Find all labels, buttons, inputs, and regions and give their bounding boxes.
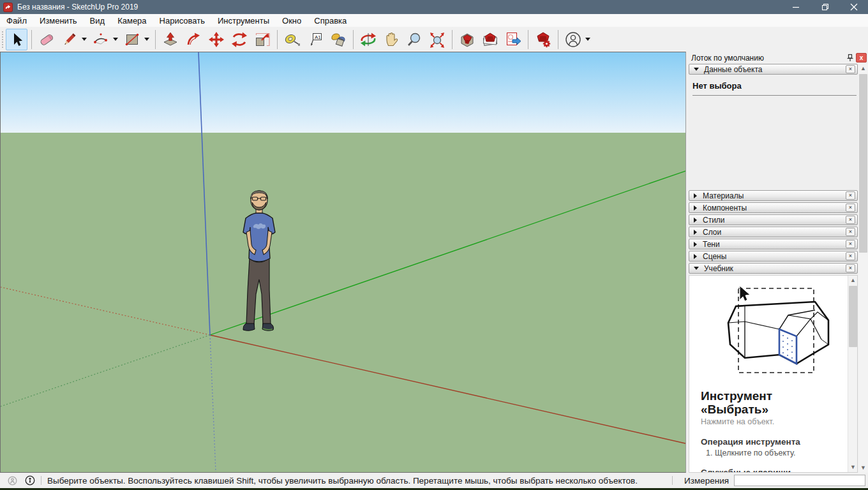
pan-tool-button[interactable] <box>380 29 402 50</box>
tray-scrollbar[interactable]: ▲ ▼ <box>858 64 868 473</box>
extension-warehouse-icon <box>535 31 551 48</box>
panel-header-layers[interactable]: Слои × <box>689 226 858 237</box>
panel-close-button[interactable]: × <box>846 191 855 200</box>
minimize-button[interactable] <box>782 0 811 14</box>
menu-camera[interactable]: Камера <box>111 15 153 27</box>
select-arrow-icon <box>8 31 25 48</box>
send-to-layout-button[interactable] <box>502 29 524 50</box>
push-pull-tool-button[interactable] <box>160 29 181 50</box>
expand-triangle-icon <box>694 254 697 259</box>
scroll-up-icon[interactable]: ▲ <box>848 276 858 285</box>
select-tool-button[interactable] <box>6 29 27 50</box>
menu-tools[interactable]: Инструменты <box>211 15 276 27</box>
zoom-tool-button[interactable] <box>403 29 425 50</box>
viewport-scene <box>1 52 685 472</box>
scroll-down-icon[interactable]: ▼ <box>858 463 868 473</box>
panel-header-components[interactable]: Компоненты × <box>689 202 858 213</box>
user-account-button[interactable] <box>562 29 584 50</box>
panel-header-instructor[interactable]: Учебник × <box>689 263 858 274</box>
arc-tool-dropdown[interactable] <box>113 38 118 41</box>
rotate-tool-button[interactable] <box>228 29 250 50</box>
tray-title-bar: Лоток по умолчанию x <box>686 52 868 64</box>
line-tool-dropdown[interactable] <box>82 38 87 41</box>
orbit-icon <box>360 31 377 48</box>
measurements-label: Измерения <box>684 476 729 486</box>
arc-tool-button[interactable] <box>90 29 112 50</box>
panel-close-button[interactable]: × <box>846 228 855 236</box>
zoom-extents-tool-button[interactable] <box>426 29 448 50</box>
panel-label: Материалы <box>703 191 846 200</box>
menu-file[interactable]: Файл <box>0 15 33 27</box>
instructor-house-illustration <box>694 281 844 389</box>
tray-pin-button[interactable] <box>844 53 856 63</box>
close-button[interactable] <box>839 0 868 14</box>
menu-view[interactable]: Вид <box>84 15 112 27</box>
status-separator <box>41 476 41 485</box>
share-model-icon <box>482 31 498 48</box>
menu-draw[interactable]: Нарисовать <box>153 15 211 27</box>
rectangle-tool-dropdown[interactable] <box>144 38 149 41</box>
pan-hand-icon <box>383 31 400 48</box>
default-tray: Лоток по умолчанию x Данные объекта × <box>686 52 868 473</box>
panel-header-materials[interactable]: Материалы × <box>689 190 858 201</box>
restore-button[interactable] <box>811 0 839 14</box>
extension-warehouse-button[interactable] <box>532 29 554 50</box>
scrollbar-thumb[interactable] <box>849 286 857 347</box>
scroll-down-icon[interactable]: ▼ <box>848 463 858 472</box>
geolocation-icon[interactable] <box>8 476 17 486</box>
entity-info-content: Нет выбора <box>689 76 858 189</box>
title-bar: Без названия - SketchUp Pro 2019 <box>0 0 868 14</box>
rectangle-tool-button[interactable] <box>121 29 143 50</box>
arc-icon <box>93 31 109 48</box>
user-account-dropdown[interactable] <box>585 38 590 41</box>
panel-label: Учебник <box>704 264 846 273</box>
panel-close-button[interactable]: × <box>846 264 855 272</box>
menu-window[interactable]: Окно <box>276 15 308 27</box>
panel-header-styles[interactable]: Стили × <box>689 214 858 225</box>
orbit-tool-button[interactable] <box>357 29 379 50</box>
panel-label: Данные объекта <box>704 65 846 74</box>
credits-info-icon[interactable] <box>25 475 35 486</box>
follow-me-tool-button[interactable] <box>183 29 204 50</box>
panel-header-shadows[interactable]: Тени × <box>689 239 858 249</box>
panel-header-entity-info[interactable]: Данные объекта × <box>689 64 858 75</box>
menu-help[interactable]: Справка <box>308 15 353 27</box>
pencil-icon <box>61 31 78 48</box>
scale-tool-button[interactable] <box>251 29 273 50</box>
toolbar-drag-handle[interactable] <box>1 30 5 49</box>
line-tool-button[interactable] <box>59 29 80 50</box>
instructor-scrollbar[interactable]: ▲ ▼ <box>848 276 857 472</box>
zoom-extents-icon <box>429 31 445 48</box>
menu-edit[interactable]: Изменить <box>33 15 84 27</box>
scroll-up-icon[interactable]: ▲ <box>858 64 868 73</box>
instructor-panel-content: Инструмент «Выбрать» Нажмите на объект. … <box>689 275 858 473</box>
instructor-operation-title: Операция инструмента <box>701 437 848 447</box>
panel-close-button[interactable]: × <box>846 216 855 224</box>
instructor-operation-step: 1. Щелкните по объекту. <box>701 449 848 457</box>
panel-close-button[interactable]: × <box>846 204 855 212</box>
share-model-button[interactable] <box>479 29 501 50</box>
panel-close-button[interactable]: × <box>846 252 855 260</box>
paint-bucket-tool-button[interactable] <box>327 29 349 50</box>
expand-triangle-icon <box>694 205 697 211</box>
panel-close-button[interactable]: × <box>846 65 855 73</box>
move-tool-button[interactable] <box>206 29 227 50</box>
scrollbar-thumb[interactable] <box>859 74 867 253</box>
push-pull-icon <box>162 31 179 48</box>
expand-triangle-icon <box>694 218 697 223</box>
measurements-input[interactable] <box>734 475 865 486</box>
3d-warehouse-button[interactable] <box>456 29 478 50</box>
panel-header-scenes[interactable]: Сцены × <box>689 251 858 262</box>
instructor-keys-title: Служебные клавиши <box>701 468 848 472</box>
status-message: Выберите объекты. Воспользуйтесь клавише… <box>47 476 666 486</box>
tape-measure-tool-button[interactable] <box>281 29 303 50</box>
eraser-tool-button[interactable] <box>36 29 57 50</box>
sky <box>1 52 685 133</box>
window-title: Без названия - SketchUp Pro 2019 <box>17 3 782 11</box>
tray-title: Лоток по умолчанию <box>691 54 844 63</box>
sketchup-window: Без названия - SketchUp Pro 2019 Файл Из… <box>0 0 868 490</box>
modeling-viewport[interactable] <box>0 52 686 473</box>
panel-close-button[interactable]: × <box>846 240 855 248</box>
text-tool-button[interactable]: A1 <box>304 29 326 50</box>
tray-close-button[interactable]: x <box>856 53 867 63</box>
